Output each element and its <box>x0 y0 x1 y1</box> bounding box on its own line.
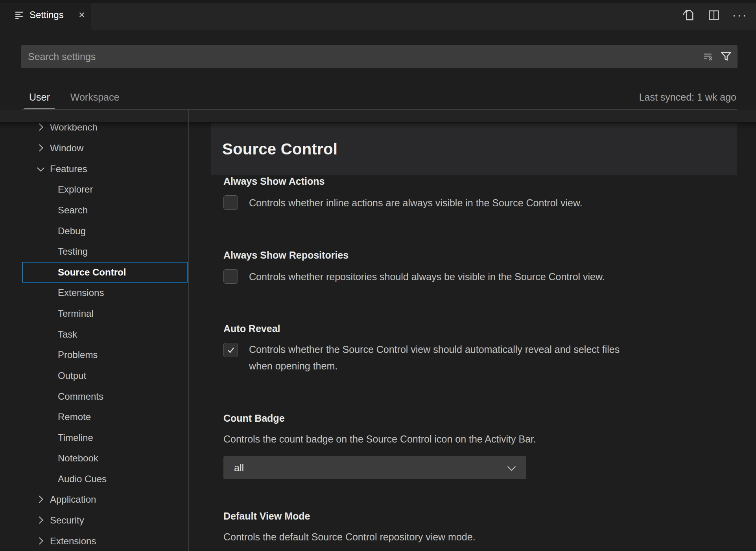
setting-desc-count-badge: Controls the count badge on the Source C… <box>223 433 536 445</box>
setting-desc-always-show-repositories: Controls whether repositories should alw… <box>249 271 605 283</box>
search-settings-box <box>21 45 738 68</box>
editor-actions: ··· <box>681 3 747 27</box>
filter-icon[interactable] <box>720 51 732 62</box>
sidebar-item-window[interactable]: Window <box>0 138 188 158</box>
chevron-right-icon[interactable] <box>36 496 43 503</box>
split-editor-button[interactable] <box>707 8 721 22</box>
tab-workspace[interactable]: Workspace <box>66 85 124 109</box>
settings-body: Workbench Window Features Explorer Searc… <box>0 110 756 551</box>
setting-label-count-badge: Count Badge <box>223 413 285 424</box>
count-badge-select[interactable]: all <box>223 456 526 479</box>
setting-desc-auto-reveal: Controls whether the Source Control view… <box>249 341 642 374</box>
more-actions-button[interactable]: ··· <box>733 8 747 22</box>
setting-label-always-show-repositories: Always Show Repositories <box>223 250 348 261</box>
settings-tab[interactable]: Settings × <box>0 0 91 30</box>
checkbox-always-show-repositories[interactable] <box>223 269 238 284</box>
sidebar-item-extensions[interactable]: Extensions <box>0 282 188 303</box>
ellipsis-icon: ··· <box>732 11 748 19</box>
sidebar-item-testing[interactable]: Testing <box>0 241 188 262</box>
chevron-right-icon[interactable] <box>36 516 43 523</box>
open-settings-json-button[interactable] <box>681 8 695 22</box>
sidebar-item-features[interactable]: Features <box>0 158 188 179</box>
sidebar-item-timeline[interactable]: Timeline <box>0 427 188 448</box>
sidebar-item-security[interactable]: Security <box>0 510 188 531</box>
settings-list-icon <box>14 10 24 20</box>
clear-search-filters-icon[interactable] <box>702 51 714 62</box>
close-icon[interactable]: × <box>79 9 85 20</box>
sidebar-item-audio-cues[interactable]: Audio Cues <box>0 468 188 489</box>
sidebar-item-workbench[interactable]: Workbench <box>0 117 188 138</box>
settings-editor-window: Settings × ··· <box>0 0 756 551</box>
sidebar-item-notebook[interactable]: Notebook <box>0 448 188 468</box>
settings-toc: Workbench Window Features Explorer Searc… <box>0 110 188 551</box>
settings-scope-tabs: User Workspace <box>24 85 124 109</box>
checkbox-always-show-actions[interactable] <box>223 195 238 210</box>
sidebar-item-task[interactable]: Task <box>0 324 188 345</box>
sidebar-item-terminal[interactable]: Terminal <box>0 303 188 324</box>
sidebar-item-extensions-root[interactable]: Extensions <box>0 531 188 551</box>
search-actions <box>702 45 732 68</box>
count-badge-selected-value: all <box>234 456 244 479</box>
toc-resize-sash[interactable] <box>188 110 189 551</box>
editor-tab-bar: Settings × ··· <box>0 0 756 30</box>
setting-desc-always-show-actions: Controls whether inline actions are alwa… <box>249 197 583 209</box>
search-input[interactable] <box>21 45 738 68</box>
tab-user[interactable]: User <box>24 85 55 109</box>
checkbox-auto-reveal[interactable] <box>223 343 238 357</box>
setting-desc-default-view-mode: Controls the default Source Control repo… <box>223 531 476 543</box>
chevron-down-icon[interactable] <box>37 164 44 171</box>
last-synced-label: Last synced: 1 wk ago <box>639 85 736 109</box>
setting-label-always-show-actions: Always Show Actions <box>223 176 325 187</box>
sidebar-item-search[interactable]: Search <box>0 200 188 220</box>
json-file-icon <box>682 9 694 21</box>
sidebar-item-source-control[interactable]: Source Control <box>22 262 188 283</box>
sidebar-item-debug[interactable]: Debug <box>0 220 188 241</box>
chevron-right-icon[interactable] <box>36 537 43 544</box>
check-icon <box>226 345 236 355</box>
setting-label-default-view-mode: Default View Mode <box>223 511 310 522</box>
sidebar-item-explorer[interactable]: Explorer <box>0 179 188 200</box>
window-top-edge <box>0 0 756 3</box>
tab-title: Settings <box>30 9 64 20</box>
setting-label-auto-reveal: Auto Reveal <box>223 323 280 334</box>
settings-list: Source Control Always Show Actions Contr… <box>189 110 756 551</box>
sidebar-item-remote[interactable]: Remote <box>0 406 188 427</box>
split-editor-icon <box>708 9 720 21</box>
sidebar-item-comments[interactable]: Comments <box>0 386 188 407</box>
chevron-right-icon[interactable] <box>36 123 43 130</box>
page-title: Source Control <box>222 140 337 158</box>
sidebar-item-output[interactable]: Output <box>0 365 188 386</box>
chevron-down-icon <box>507 463 516 471</box>
chevron-right-icon[interactable] <box>36 144 43 151</box>
sidebar-item-problems[interactable]: Problems <box>0 344 188 365</box>
sidebar-item-application[interactable]: Application <box>0 489 188 510</box>
section-title-band: Source Control <box>211 123 737 175</box>
